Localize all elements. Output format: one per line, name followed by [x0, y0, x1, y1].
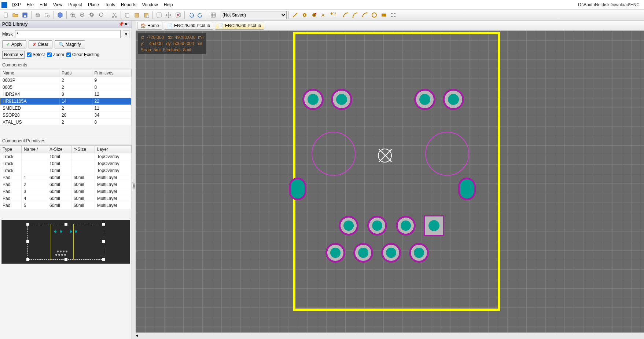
clear-button[interactable]: ✘Clear: [29, 40, 52, 48]
print-icon[interactable]: [33, 11, 42, 19]
magnify-button[interactable]: 🔍Magnify: [55, 40, 85, 48]
paste-icon[interactable]: [132, 11, 141, 19]
arc1-icon[interactable]: [341, 11, 350, 19]
pad[interactable]: [331, 89, 352, 110]
menu-file[interactable]: File: [24, 1, 37, 9]
splitter[interactable]: [132, 21, 136, 339]
svg-rect-16: [135, 13, 139, 17]
pad-square[interactable]: [424, 215, 444, 236]
arc[interactable]: [425, 132, 469, 176]
menu-dxp[interactable]: DXP: [9, 1, 24, 9]
tab-pcblib-2[interactable]: 📄ENC28J60.PcbLib: [215, 22, 264, 30]
mask-dropdown-icon[interactable]: ▾: [123, 30, 129, 38]
tab-home[interactable]: 🏠Home: [137, 22, 162, 30]
tab-pcblib-1[interactable]: 📄ENC28J60.PcbLib: [164, 22, 213, 30]
zoom-checkbox[interactable]: Zoom: [47, 52, 64, 57]
arc[interactable]: [312, 132, 356, 176]
table-row[interactable]: HDR2X4812: [0, 91, 132, 98]
deselect-icon[interactable]: [174, 11, 183, 19]
paste2-icon[interactable]: [142, 11, 151, 19]
circle-icon[interactable]: [370, 11, 379, 19]
pad[interactable]: [443, 89, 464, 110]
primitives-grid[interactable]: TypeName /X-SizeY-SizeLayer Track10milTo…: [0, 145, 132, 218]
table-row[interactable]: Track10milTopOverlay: [0, 160, 132, 167]
table-row[interactable]: Track10milTopOverlay: [0, 167, 132, 174]
pad[interactable]: [414, 89, 435, 110]
copy-icon[interactable]: [123, 11, 132, 19]
pad[interactable]: [396, 216, 416, 236]
menu-edit[interactable]: Edit: [37, 1, 50, 9]
zoom-out-icon[interactable]: [78, 11, 87, 19]
h-scrollbar[interactable]: ◂: [136, 332, 644, 339]
table-row[interactable]: HR911105A1422: [0, 98, 132, 105]
table-row[interactable]: Pad460mil60milMultiLayer: [0, 195, 132, 202]
table-row[interactable]: SMDLED211: [0, 105, 132, 112]
arc2-icon[interactable]: [351, 11, 360, 19]
cut-icon[interactable]: [110, 11, 119, 19]
table-row[interactable]: 080528: [0, 84, 132, 91]
pad[interactable]: [409, 243, 429, 263]
layer-combo[interactable]: (Not Saved): [221, 11, 287, 19]
text-tool-icon[interactable]: A: [319, 11, 328, 19]
menu-window[interactable]: Window: [139, 1, 161, 9]
preview-icon[interactable]: [43, 11, 52, 19]
pad[interactable]: [339, 216, 358, 236]
select-checkbox[interactable]: Select: [27, 52, 45, 57]
cube-icon[interactable]: [56, 11, 65, 19]
menu-help[interactable]: Help: [161, 1, 176, 9]
zoom-sel-icon[interactable]: [97, 11, 106, 19]
grid-icon[interactable]: [209, 11, 218, 19]
undo-icon[interactable]: [187, 11, 195, 19]
menu-reports[interactable]: Reports: [118, 1, 139, 9]
open-icon[interactable]: [11, 11, 20, 19]
close-panel-icon[interactable]: ✕: [124, 22, 129, 27]
table-row[interactable]: Pad360mil60milMultiLayer: [0, 188, 132, 195]
table-row[interactable]: Pad560mil60milMultiLayer: [0, 202, 132, 209]
mask-input[interactable]: [15, 30, 121, 38]
apply-button[interactable]: ✔Apply: [2, 40, 26, 48]
table-row[interactable]: Pad160mil60milMultiLayer: [0, 174, 132, 181]
menu-project[interactable]: Project: [66, 1, 85, 9]
main-toolbar: (Not Saved) A +10,10: [0, 10, 644, 21]
svg-rect-5: [45, 13, 48, 17]
table-row[interactable]: 0603P29: [0, 77, 132, 84]
clearex-checkbox[interactable]: Clear Existing: [66, 52, 99, 57]
redo-icon[interactable]: [196, 11, 205, 19]
svg-rect-32: [391, 13, 393, 14]
zoom-fit-icon[interactable]: [88, 11, 96, 19]
svg-rect-33: [394, 13, 395, 14]
pad-tool-icon[interactable]: [300, 11, 309, 19]
pin-icon[interactable]: 📌: [118, 22, 124, 27]
zoom-in-icon[interactable]: [69, 11, 77, 19]
rect-icon[interactable]: [379, 11, 388, 19]
pad[interactable]: [302, 89, 324, 110]
line-tool-icon[interactable]: [291, 11, 299, 19]
via-tool-icon[interactable]: [310, 11, 319, 19]
select-icon[interactable]: [155, 11, 163, 19]
pad[interactable]: [289, 178, 306, 200]
new-icon[interactable]: [1, 11, 10, 19]
menu-place[interactable]: Place: [85, 1, 102, 9]
pad[interactable]: [325, 243, 345, 263]
move-icon[interactable]: [164, 11, 173, 19]
origin-icon: [376, 146, 394, 165]
svg-point-24: [313, 14, 315, 16]
table-row[interactable]: XTAL_US28: [0, 119, 132, 126]
pad[interactable]: [353, 243, 373, 263]
table-row[interactable]: Track10milTopOverlay: [0, 153, 132, 160]
pcb-canvas[interactable]: x: -720.000 dx: 49280.000 mil y: 45.000 …: [136, 31, 644, 332]
array-icon[interactable]: [389, 11, 398, 19]
pad[interactable]: [381, 243, 401, 263]
pad[interactable]: [367, 216, 387, 236]
components-grid[interactable]: NamePadsPrimitives 0603P29080528HDR2X481…: [0, 69, 132, 126]
pad[interactable]: [458, 178, 476, 200]
menu-tools[interactable]: Tools: [102, 1, 118, 9]
primitives-header: Component Primitives: [0, 137, 132, 145]
table-row[interactable]: Pad260mil60milMultiLayer: [0, 181, 132, 188]
mode-combo[interactable]: Normal: [2, 51, 25, 59]
save-icon[interactable]: [21, 11, 29, 19]
table-row[interactable]: SSOP282834: [0, 112, 132, 119]
menu-view[interactable]: View: [50, 1, 66, 9]
arc3-icon[interactable]: [360, 11, 369, 19]
coord-tool-icon[interactable]: +10,10: [329, 11, 338, 19]
